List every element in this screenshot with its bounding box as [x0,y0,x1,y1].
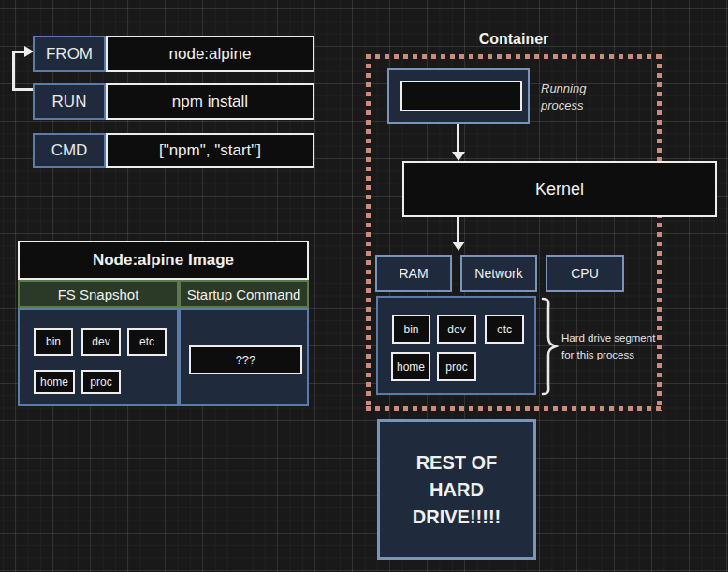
hd-folder-etc: etc [485,315,524,344]
kernel-to-resources-arrow [457,217,459,242]
loop-arrow-bottom-line [12,88,35,91]
rest-line1: REST OF [413,449,501,477]
dockerfile-value-from: node:alpine [106,36,314,72]
startup-command-header: Startup Command [179,280,309,308]
startup-command-value: ??? [189,345,302,374]
fs-folder-dev: dev [81,328,121,356]
dockerfile-value-run: npm install [106,83,314,120]
hard-drive-segment-box: bin dev etc home proc [376,296,536,395]
fs-snapshot-cell: bin dev etc home proc [18,308,179,406]
fs-folder-etc: etc [127,328,167,356]
docker-diagram-canvas: FROM node:alpine RUN npm install CMD ["n… [0,0,728,572]
fs-folder-home: home [34,370,75,394]
process-to-kernel-arrow [457,124,459,152]
loop-arrow-vertical-line [12,52,15,91]
kernel-box: Kernel [402,161,717,217]
dockerfile-instruction-cmd: CMD [33,133,106,168]
curly-brace-icon [540,297,559,396]
fs-folder-bin: bin [34,328,73,356]
hd-folder-bin: bin [392,315,430,344]
rest-of-hard-drive-box: REST OF HARD DRIVE!!!!! [377,419,536,560]
container-title: Container [366,30,662,49]
ram-box: RAM [375,255,452,292]
hd-folder-proc: proc [437,352,476,381]
hd-folder-dev: dev [437,315,476,344]
running-process-box [387,68,530,124]
dockerfile-instruction-run: RUN [33,83,106,120]
hard-drive-note: Hard drive segment for this process [561,330,655,364]
running-process-label-line1: Running [541,81,586,97]
network-box: Network [460,255,537,292]
running-process-inner-box [400,81,522,111]
running-process-label-line2: process [541,97,586,114]
cpu-box: CPU [546,255,624,292]
rest-line2: HARD [413,477,501,504]
running-process-label: Running process [541,81,586,113]
startup-command-cell: ??? [179,308,309,406]
fs-folder-proc: proc [81,370,121,394]
image-table-title: Node:alpine Image [18,241,309,280]
hd-folder-home: home [391,352,430,381]
hard-drive-note-line1: Hard drive segment [561,330,655,346]
rest-line3: DRIVE!!!!! [413,504,501,531]
hard-drive-note-line2: for this process [561,346,655,363]
dockerfile-value-cmd: ["npm", "start"] [106,133,314,168]
loop-arrow-top-line [12,51,25,53]
dockerfile-instruction-from: FROM [33,36,106,72]
fs-snapshot-header: FS Snapshot [18,280,179,308]
